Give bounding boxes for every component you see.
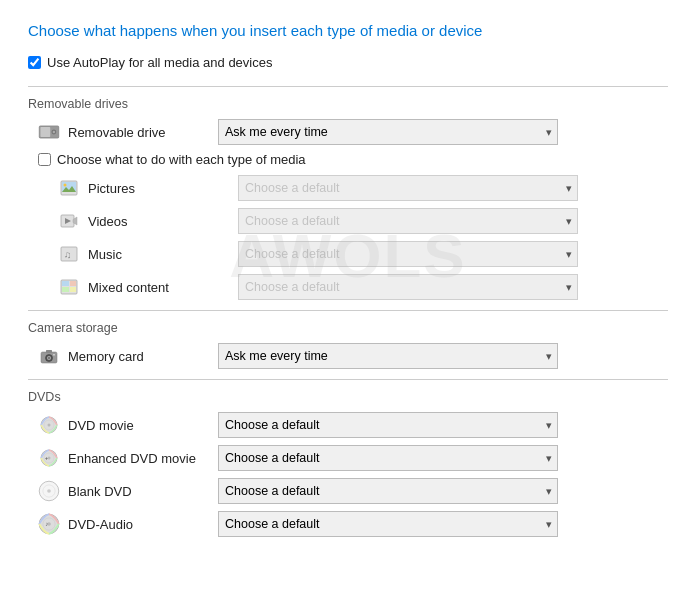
removable-drives-label: Removable drives — [28, 97, 668, 111]
removable-drive-label: Removable drive — [68, 125, 218, 140]
dvd-movie-label: DVD movie — [68, 418, 218, 433]
divider-3 — [28, 379, 668, 380]
pictures-select[interactable]: Choose a default Import photos and video… — [238, 175, 578, 201]
memory-card-label: Memory card — [68, 349, 218, 364]
dvd-audio-row: ♪ DVD-Audio Choose a default Play DVD-Au… — [28, 511, 668, 537]
dvds-section: DVDs DVD movie Choose a default Play DV — [28, 390, 668, 537]
dvd-icon — [38, 414, 60, 436]
enhanced-dvd-icon: + — [38, 447, 60, 469]
pictures-row: Pictures Choose a default Import photos … — [48, 175, 668, 201]
mixed-content-row: Mixed content Choose a default Open fold… — [48, 274, 668, 300]
media-type-checkbox[interactable] — [38, 153, 51, 166]
memory-card-select[interactable]: Ask me every time Import photos and vide… — [218, 343, 558, 369]
svg-rect-17 — [70, 287, 76, 292]
removable-drive-select[interactable]: Ask me every time Open folder to view fi… — [218, 119, 558, 145]
removable-drive-row: Removable drive Ask me every time Open f… — [28, 119, 668, 145]
svg-rect-19 — [46, 350, 52, 353]
pictures-dropdown-wrap: Choose a default Import photos and video… — [238, 175, 578, 201]
dvd-audio-dropdown-wrap: Choose a default Play DVD-Audio Take no … — [218, 511, 558, 537]
dvd-movie-select[interactable]: Choose a default Play DVD movie Open fol… — [218, 412, 558, 438]
media-type-subitems: Pictures Choose a default Import photos … — [28, 175, 668, 300]
svg-point-33 — [47, 489, 51, 493]
blank-dvd-select[interactable]: Choose a default Burn files to disc Take… — [218, 478, 558, 504]
music-dropdown-wrap: Choose a default Play audio Open folder … — [238, 241, 578, 267]
dvd-movie-dropdown-wrap: Choose a default Play DVD movie Open fol… — [218, 412, 558, 438]
svg-point-3 — [53, 131, 55, 133]
enhanced-dvd-select[interactable]: Choose a default Play DVD movie Open fol… — [218, 445, 558, 471]
dvds-label: DVDs — [28, 390, 668, 404]
mixed-icon — [58, 276, 80, 298]
pictures-label: Pictures — [88, 181, 238, 196]
removable-drive-dropdown-wrap: Ask me every time Open folder to view fi… — [218, 119, 558, 145]
svg-point-29 — [48, 457, 51, 460]
autoplay-row: Use AutoPlay for all media and devices — [28, 55, 668, 70]
svg-text:+: + — [45, 455, 48, 461]
dvd-movie-row: DVD movie Choose a default Play DVD movi… — [28, 412, 668, 438]
videos-row: Videos Choose a default Play video Open … — [48, 208, 668, 234]
dvd-audio-icon: ♪ — [38, 513, 60, 535]
music-select[interactable]: Choose a default Play audio Open folder … — [238, 241, 578, 267]
divider-1 — [28, 86, 668, 87]
blank-disc-icon — [38, 480, 60, 502]
videos-dropdown-wrap: Choose a default Play video Open folder … — [238, 208, 578, 234]
dvd-audio-label: DVD-Audio — [68, 517, 218, 532]
svg-rect-23 — [53, 354, 55, 356]
media-type-checkbox-row: Choose what to do with each type of medi… — [28, 152, 668, 167]
svg-point-7 — [64, 184, 67, 187]
svg-point-26 — [48, 424, 51, 427]
svg-rect-15 — [70, 281, 76, 286]
svg-rect-1 — [40, 127, 50, 137]
dvd-audio-select[interactable]: Choose a default Play DVD-Audio Take no … — [218, 511, 558, 537]
svg-point-22 — [48, 357, 50, 359]
removable-drives-section: Removable drives Removable drive Ask me … — [28, 97, 668, 145]
blank-dvd-row: Blank DVD Choose a default Burn files to… — [28, 478, 668, 504]
page-title: Choose what happens when you insert each… — [28, 20, 668, 41]
svg-text:♪: ♪ — [45, 520, 48, 527]
memory-card-dropdown-wrap: Ask me every time Import photos and vide… — [218, 343, 558, 369]
enhanced-dvd-row: + Enhanced DVD movie Choose a default Pl… — [28, 445, 668, 471]
mixed-content-select[interactable]: Choose a default Open folder to view fil… — [238, 274, 578, 300]
camera-storage-section: Camera storage Memory card Ask me every … — [28, 321, 668, 369]
blank-dvd-label: Blank DVD — [68, 484, 218, 499]
media-type-label[interactable]: Choose what to do with each type of medi… — [57, 152, 306, 167]
music-row: ♫ Music Choose a default Play audio Open… — [48, 241, 668, 267]
svg-rect-16 — [62, 287, 69, 292]
autoplay-checkbox[interactable] — [28, 56, 41, 69]
mixed-content-dropdown-wrap: Choose a default Open folder to view fil… — [238, 274, 578, 300]
blank-dvd-dropdown-wrap: Choose a default Burn files to disc Take… — [218, 478, 558, 504]
mixed-content-label: Mixed content — [88, 280, 238, 295]
video-icon — [58, 210, 80, 232]
divider-2 — [28, 310, 668, 311]
enhanced-dvd-label: Enhanced DVD movie — [68, 451, 218, 466]
music-label: Music — [88, 247, 238, 262]
drive-icon — [38, 121, 60, 143]
memory-card-row: Memory card Ask me every time Import pho… — [28, 343, 668, 369]
main-container: AWOLS Choose what happens when you inser… — [0, 0, 696, 604]
autoplay-label[interactable]: Use AutoPlay for all media and devices — [47, 55, 272, 70]
videos-select[interactable]: Choose a default Play video Open folder … — [238, 208, 578, 234]
camera-storage-label: Camera storage — [28, 321, 668, 335]
videos-label: Videos — [88, 214, 238, 229]
enhanced-dvd-dropdown-wrap: Choose a default Play DVD movie Open fol… — [218, 445, 558, 471]
picture-icon — [58, 177, 80, 199]
svg-text:♫: ♫ — [64, 249, 72, 260]
svg-rect-14 — [62, 281, 69, 286]
music-icon: ♫ — [58, 243, 80, 265]
camera-icon — [38, 345, 60, 367]
